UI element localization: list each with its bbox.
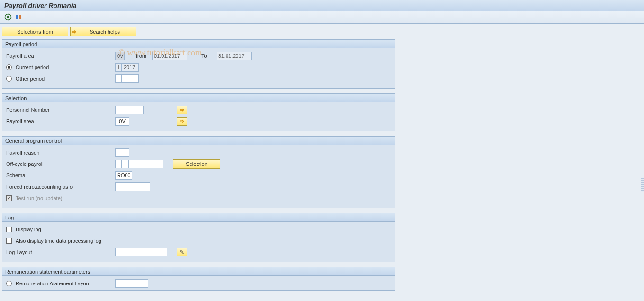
log-layout-input[interactable]: [115, 248, 167, 256]
current-period-label: Current period: [16, 64, 49, 70]
from-label: from: [136, 53, 146, 59]
group-header-payroll-period: Payroll period: [2, 40, 395, 48]
arrow-right-icon: ⇨: [72, 28, 76, 35]
current-period-year: [122, 63, 139, 72]
scroll-grip[interactable]: [641, 178, 644, 192]
content-area: © www.tutorialkart.com Selections from ⇨…: [0, 24, 644, 301]
to-date-input: [217, 52, 252, 60]
group-header-selection: Selection: [2, 94, 395, 102]
display-log-checkbox[interactable]: [6, 227, 12, 232]
payroll-area-label: Payroll area: [6, 53, 115, 59]
offcycle-input-1[interactable]: [115, 160, 122, 168]
payroll-area-multi-button[interactable]: ⇨: [177, 117, 187, 126]
remun-layout-option[interactable]: Remuneration Atatement Layou: [6, 281, 115, 286]
remun-layout-radio[interactable]: [6, 281, 12, 286]
also-display-option[interactable]: Also display time data processing log: [6, 238, 196, 244]
schema-input[interactable]: [115, 171, 132, 180]
from-date-input: [152, 52, 187, 60]
pencil-icon: ✎: [180, 249, 184, 255]
other-period-radio[interactable]: [6, 76, 12, 82]
search-helps-label: Search helps: [76, 29, 133, 35]
variant-icon[interactable]: [15, 13, 22, 22]
offcycle-label: Off-cycle payroll: [6, 161, 115, 167]
payroll-area-input[interactable]: [115, 52, 125, 60]
also-display-label: Also display time data processing log: [16, 238, 101, 244]
group-payroll-period: Payroll period Payroll area from To Curr…: [2, 39, 395, 89]
log-layout-label: Log Layout: [6, 249, 115, 255]
group-header-remuneration: Remuneration statement parameters: [2, 267, 395, 276]
selection-header-label: Selection: [5, 95, 27, 101]
remun-layout-label: Remuneration Atatement Layou: [16, 281, 89, 286]
arrow-right-icon: ⇨: [180, 107, 184, 113]
test-run-label: Test run (no update): [16, 195, 62, 201]
also-display-checkbox[interactable]: [6, 238, 12, 244]
personnel-number-label: Personnel Number: [6, 107, 115, 113]
group-general: General program control Payroll reason O…: [2, 136, 395, 208]
selection-payroll-area-label: Payroll area: [6, 119, 115, 124]
group-log: Log Display log Also display time data p…: [2, 213, 395, 262]
other-period-label: Other period: [16, 76, 45, 82]
action-row: Selections from ⇨ Search helps: [2, 27, 642, 36]
svg-point-1: [7, 16, 9, 18]
page-title: Payroll driver Romania: [4, 2, 77, 9]
current-period-radio[interactable]: [6, 64, 12, 70]
svg-rect-4: [16, 15, 18, 19]
offcycle-selection-button[interactable]: Selection: [173, 159, 220, 169]
display-log-option[interactable]: Display log: [6, 227, 115, 232]
test-run-checkbox: [6, 195, 12, 201]
page-title-bar: Payroll driver Romania: [0, 0, 644, 11]
offcycle-selection-label: Selection: [186, 161, 207, 167]
test-run-option: Test run (no update): [6, 195, 115, 201]
other-period-option[interactable]: Other period: [6, 76, 115, 82]
remuneration-header-label: Remuneration statement parameters: [5, 269, 90, 274]
execute-icon[interactable]: [4, 13, 12, 22]
current-period-option[interactable]: Current period: [6, 64, 115, 70]
other-period-num[interactable]: [115, 74, 122, 83]
payroll-reason-label: Payroll reason: [6, 150, 115, 155]
selections-from-button[interactable]: Selections from: [2, 27, 68, 36]
log-layout-edit-button[interactable]: ✎: [177, 248, 187, 256]
display-log-label: Display log: [16, 227, 41, 232]
app-toolbar: [0, 11, 644, 24]
personnel-number-multi-button[interactable]: ⇨: [177, 106, 187, 114]
group-selection: Selection Personnel Number ⇨ Payroll are…: [2, 93, 395, 131]
other-period-year[interactable]: [122, 74, 139, 83]
arrow-right-icon: ⇨: [180, 118, 184, 125]
svg-rect-5: [19, 15, 21, 19]
selection-payroll-area-input[interactable]: [115, 117, 129, 126]
group-remuneration: Remuneration statement parameters Remune…: [2, 267, 395, 291]
payroll-reason-input[interactable]: [115, 148, 129, 157]
schema-label: Schema: [6, 173, 115, 178]
general-header-label: General program control: [5, 138, 62, 144]
forced-retro-label: Forced retro.accounting as of: [6, 184, 115, 190]
offcycle-input-3[interactable]: [128, 160, 163, 168]
group-header-general: General program control: [2, 137, 395, 145]
offcycle-input-2[interactable]: [122, 160, 128, 168]
forced-retro-input[interactable]: [115, 182, 150, 191]
current-period-num: [115, 63, 122, 72]
search-helps-button[interactable]: ⇨ Search helps: [70, 27, 136, 36]
group-header-log: Log: [2, 213, 395, 222]
payroll-period-header-label: Payroll period: [5, 41, 37, 47]
personnel-number-input[interactable]: [115, 106, 144, 114]
selections-from-label: Selections from: [17, 29, 53, 35]
remun-layout-input[interactable]: [115, 279, 148, 288]
to-label: To: [201, 53, 207, 59]
log-header-label: Log: [5, 215, 14, 220]
